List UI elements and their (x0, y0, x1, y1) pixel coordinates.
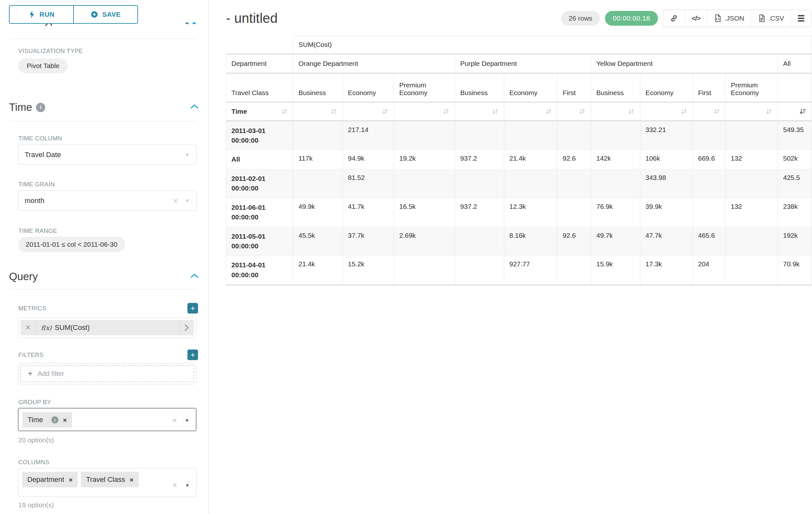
pivot-value-cell: 15.9k (591, 256, 640, 285)
pivot-value-cell: 76.9k (591, 198, 640, 227)
info-icon[interactable]: i (36, 103, 45, 112)
remove-tag-icon[interactable]: × (69, 477, 72, 483)
sort-cell (293, 102, 343, 121)
section-divider (9, 289, 197, 290)
sort-icon[interactable] (281, 108, 288, 115)
sort-icon[interactable] (443, 108, 450, 115)
time-grain-select[interactable]: month × ▼ (18, 190, 196, 211)
col-header: First (557, 73, 591, 102)
pivot-value-cell (504, 169, 557, 198)
copy-link-button[interactable] (663, 10, 685, 27)
sort-cell (455, 102, 504, 121)
clear-icon[interactable]: × (172, 481, 177, 489)
link-icon (670, 15, 678, 22)
sort-icon[interactable] (713, 108, 720, 115)
pivot-data-row: 2011-02-01 00:00:0081.52343.98425.5 (226, 169, 812, 198)
remove-tag-icon[interactable]: × (63, 417, 67, 424)
metric-header-row: SUM(Cost) (226, 36, 812, 54)
embed-code-button[interactable]: </> (685, 10, 707, 27)
filters-label: FILTERS (18, 351, 44, 358)
file-json-icon (714, 14, 722, 23)
pivot-value-cell (726, 121, 778, 150)
menu-button[interactable] (791, 10, 811, 27)
pivot-value-cell: 81.52 (343, 169, 394, 198)
export-json-button[interactable]: .JSON (707, 10, 751, 27)
row-count-badge: 26 rows (561, 11, 600, 26)
pivot-value-cell (693, 121, 726, 150)
sort-cell (504, 102, 557, 121)
chart-title[interactable]: - untitled (226, 10, 278, 26)
chevron-right-icon[interactable] (179, 320, 194, 335)
pivot-value-cell: 132 (726, 198, 778, 227)
pivot-value-cell (293, 121, 343, 150)
columns-tag-department[interactable]: Department × (22, 472, 78, 487)
sort-icon[interactable] (382, 108, 389, 115)
clear-icon[interactable]: × (173, 197, 178, 205)
info-icon[interactable]: i (51, 416, 58, 424)
metric-name: SUM(Cost) (55, 324, 90, 332)
pivot-value-cell: 15.2k (343, 256, 394, 285)
pivot-value-cell: 45.5k (293, 227, 343, 256)
add-filter-button[interactable]: + (187, 350, 198, 360)
time-section-title: Time (9, 101, 32, 113)
sort-cell (557, 102, 591, 121)
json-label: .JSON (724, 15, 744, 22)
pivot-value-cell (455, 256, 504, 285)
pivot-data-row: 2011-03-01 00:00:00217.14332.21549.35 (226, 121, 812, 150)
sort-icon[interactable] (628, 108, 635, 115)
plus-icon: + (28, 369, 32, 378)
remove-tag-icon[interactable]: × (130, 477, 134, 483)
pivot-value-cell: 106k (640, 150, 693, 169)
export-csv-button[interactable]: .CSV (751, 10, 791, 27)
code-icon: </> (692, 15, 700, 22)
sort-cell (343, 102, 394, 121)
sort-icon[interactable] (330, 108, 337, 115)
clipped-icon-fragment (185, 23, 189, 24)
metric-header-cell: SUM(Cost) (293, 36, 812, 54)
pivot-value-cell: 17.3k (640, 256, 693, 285)
section-divider (9, 121, 197, 121)
pivot-value-cell: 70.9k (778, 256, 812, 285)
pivot-data-row: 2011-04-01 00:00:0021.4k15.2k927.7715.9k… (226, 256, 812, 285)
pivot-value-cell: 21.4k (504, 150, 557, 169)
col-header: Premium Economy (726, 73, 778, 102)
group-by-tag-time[interactable]: Time i × (23, 412, 72, 428)
col-header: Economy (343, 73, 394, 102)
time-column-label: TIME COLUMN (18, 135, 62, 142)
time-column-select[interactable]: Travel Date ▼ (18, 144, 196, 165)
sort-icon[interactable] (579, 108, 586, 115)
sort-icon[interactable] (545, 108, 552, 115)
sort-icon[interactable] (680, 108, 688, 115)
add-metric-button[interactable]: + (187, 303, 198, 314)
col-header (778, 73, 812, 102)
caret-down-icon[interactable]: ▼ (185, 483, 190, 488)
chevron-up-icon[interactable] (190, 104, 199, 111)
time-column-value: Travel Date (25, 151, 61, 159)
clear-icon[interactable]: × (172, 416, 177, 424)
group-by-select[interactable]: Time i × × ▼ (18, 408, 196, 431)
save-button-label: SAVE (103, 10, 121, 18)
chart-header: - untitled 26 rows 00:00:00.18 </> (226, 10, 811, 27)
file-csv-icon (758, 14, 766, 23)
sort-icon[interactable] (492, 108, 499, 115)
columns-select[interactable]: Department × Travel Class × × ▼ (18, 468, 196, 497)
pivot-value-cell (455, 227, 504, 256)
metric-chip[interactable]: ✕ f(x) SUM(Cost) (21, 320, 194, 335)
save-button[interactable]: SAVE (73, 5, 138, 24)
add-filter-dropzone[interactable]: + Add filter (20, 365, 194, 382)
remove-metric-icon[interactable]: ✕ (21, 320, 36, 335)
columns-tag-travel-class[interactable]: Travel Class × (81, 472, 139, 487)
chevron-up-icon[interactable] (190, 273, 199, 280)
time-range-pill[interactable]: 2011-01-01 ≤ col < 2011-06-30 (18, 237, 125, 252)
export-button-group: </> .JSON .CSV (663, 10, 811, 27)
caret-down-icon[interactable]: ▼ (184, 417, 190, 423)
run-button-label: RUN (39, 10, 55, 18)
sort-cell (640, 102, 693, 121)
caret-down-icon[interactable]: ▼ (185, 198, 190, 204)
sort-desc-icon[interactable] (799, 108, 806, 115)
caret-down-icon[interactable]: ▼ (185, 152, 190, 157)
sort-icon[interactable] (765, 108, 773, 115)
pivot-value-cell (557, 256, 591, 285)
visualization-type-pill[interactable]: Pivot Table (18, 58, 68, 73)
run-button[interactable]: RUN (9, 5, 74, 24)
